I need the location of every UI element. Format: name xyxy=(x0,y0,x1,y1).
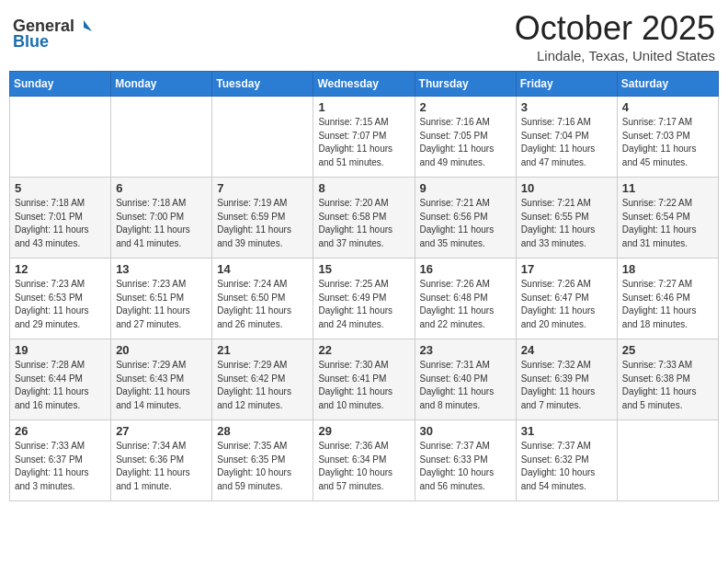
day-number: 24 xyxy=(521,343,612,357)
calendar-table: SundayMondayTuesdayWednesdayThursdayFrid… xyxy=(9,71,719,501)
calendar-cell: 1Sunrise: 7:15 AM Sunset: 7:07 PM Daylig… xyxy=(313,97,415,178)
calendar-week-row: 5Sunrise: 7:18 AM Sunset: 7:01 PM Daylig… xyxy=(10,178,719,259)
calendar-cell: 16Sunrise: 7:26 AM Sunset: 6:48 PM Dayli… xyxy=(415,259,516,339)
calendar-cell: 28Sunrise: 7:35 AM Sunset: 6:35 PM Dayli… xyxy=(212,420,313,501)
day-info: Sunrise: 7:29 AM Sunset: 6:43 PM Dayligh… xyxy=(116,359,207,412)
weekday-header-tuesday: Tuesday xyxy=(212,72,313,97)
day-info: Sunrise: 7:37 AM Sunset: 6:33 PM Dayligh… xyxy=(420,440,511,493)
weekday-header-monday: Monday xyxy=(111,72,212,97)
day-number: 12 xyxy=(15,262,106,276)
day-info: Sunrise: 7:27 AM Sunset: 6:46 PM Dayligh… xyxy=(622,278,713,331)
day-number: 2 xyxy=(420,100,511,114)
logo-blue-text: Blue xyxy=(13,32,49,52)
day-number: 31 xyxy=(521,424,612,438)
calendar-cell: 25Sunrise: 7:33 AM Sunset: 6:38 PM Dayli… xyxy=(617,339,718,420)
day-info: Sunrise: 7:26 AM Sunset: 6:47 PM Dayligh… xyxy=(521,278,612,331)
day-number: 3 xyxy=(521,100,612,114)
calendar-cell: 10Sunrise: 7:21 AM Sunset: 6:55 PM Dayli… xyxy=(516,178,617,259)
day-number: 19 xyxy=(15,343,106,357)
day-number: 21 xyxy=(217,343,308,357)
calendar-cell: 12Sunrise: 7:23 AM Sunset: 6:53 PM Dayli… xyxy=(10,259,111,339)
day-number: 17 xyxy=(521,262,612,276)
svg-marker-0 xyxy=(84,20,92,31)
calendar-cell xyxy=(10,97,111,178)
day-info: Sunrise: 7:23 AM Sunset: 6:51 PM Dayligh… xyxy=(116,278,207,331)
calendar-cell: 31Sunrise: 7:37 AM Sunset: 6:32 PM Dayli… xyxy=(516,420,617,501)
weekday-header-row: SundayMondayTuesdayWednesdayThursdayFrid… xyxy=(10,72,719,97)
day-number: 7 xyxy=(217,181,308,195)
day-number: 5 xyxy=(15,181,106,195)
calendar-cell: 9Sunrise: 7:21 AM Sunset: 6:56 PM Daylig… xyxy=(415,178,516,259)
calendar-cell: 14Sunrise: 7:24 AM Sunset: 6:50 PM Dayli… xyxy=(212,259,313,339)
title-section: October 2025 Lindale, Texas, United Stat… xyxy=(515,9,715,63)
day-info: Sunrise: 7:33 AM Sunset: 6:37 PM Dayligh… xyxy=(15,440,106,493)
day-number: 11 xyxy=(622,181,713,195)
day-number: 16 xyxy=(420,262,511,276)
day-info: Sunrise: 7:33 AM Sunset: 6:38 PM Dayligh… xyxy=(622,359,713,412)
day-number: 27 xyxy=(116,424,207,438)
calendar-cell: 21Sunrise: 7:29 AM Sunset: 6:42 PM Dayli… xyxy=(212,339,313,420)
calendar-cell: 5Sunrise: 7:18 AM Sunset: 7:01 PM Daylig… xyxy=(10,178,111,259)
day-number: 20 xyxy=(116,343,207,357)
location-title: Lindale, Texas, United States xyxy=(515,48,715,63)
logo-bird-icon xyxy=(75,18,92,35)
calendar-cell xyxy=(111,97,212,178)
day-number: 22 xyxy=(318,343,409,357)
weekday-header-friday: Friday xyxy=(516,72,617,97)
calendar-cell xyxy=(617,420,718,501)
day-info: Sunrise: 7:30 AM Sunset: 6:41 PM Dayligh… xyxy=(318,359,409,412)
day-info: Sunrise: 7:16 AM Sunset: 7:04 PM Dayligh… xyxy=(521,116,612,169)
day-info: Sunrise: 7:15 AM Sunset: 7:07 PM Dayligh… xyxy=(318,116,409,169)
calendar-cell: 3Sunrise: 7:16 AM Sunset: 7:04 PM Daylig… xyxy=(516,97,617,178)
calendar-cell: 24Sunrise: 7:32 AM Sunset: 6:39 PM Dayli… xyxy=(516,339,617,420)
day-info: Sunrise: 7:21 AM Sunset: 6:56 PM Dayligh… xyxy=(420,197,511,250)
calendar-cell: 23Sunrise: 7:31 AM Sunset: 6:40 PM Dayli… xyxy=(415,339,516,420)
calendar-week-row: 12Sunrise: 7:23 AM Sunset: 6:53 PM Dayli… xyxy=(10,259,719,339)
day-info: Sunrise: 7:19 AM Sunset: 6:59 PM Dayligh… xyxy=(217,197,308,250)
calendar-cell: 11Sunrise: 7:22 AM Sunset: 6:54 PM Dayli… xyxy=(617,178,718,259)
day-number: 25 xyxy=(622,343,713,357)
day-info: Sunrise: 7:24 AM Sunset: 6:50 PM Dayligh… xyxy=(217,278,308,331)
day-number: 28 xyxy=(217,424,308,438)
day-number: 26 xyxy=(15,424,106,438)
day-info: Sunrise: 7:18 AM Sunset: 7:00 PM Dayligh… xyxy=(116,197,207,250)
day-info: Sunrise: 7:29 AM Sunset: 6:42 PM Dayligh… xyxy=(217,359,308,412)
day-number: 9 xyxy=(420,181,511,195)
day-info: Sunrise: 7:18 AM Sunset: 7:01 PM Dayligh… xyxy=(15,197,106,250)
calendar-cell: 15Sunrise: 7:25 AM Sunset: 6:49 PM Dayli… xyxy=(313,259,415,339)
day-number: 14 xyxy=(217,262,308,276)
day-number: 6 xyxy=(116,181,207,195)
calendar-cell: 27Sunrise: 7:34 AM Sunset: 6:36 PM Dayli… xyxy=(111,420,212,501)
day-number: 18 xyxy=(622,262,713,276)
calendar-cell xyxy=(212,97,313,178)
day-info: Sunrise: 7:20 AM Sunset: 6:58 PM Dayligh… xyxy=(318,197,409,250)
day-number: 8 xyxy=(318,181,409,195)
day-info: Sunrise: 7:37 AM Sunset: 6:32 PM Dayligh… xyxy=(521,440,612,493)
calendar-week-row: 1Sunrise: 7:15 AM Sunset: 7:07 PM Daylig… xyxy=(10,97,719,178)
day-number: 10 xyxy=(521,181,612,195)
day-info: Sunrise: 7:16 AM Sunset: 7:05 PM Dayligh… xyxy=(420,116,511,169)
day-info: Sunrise: 7:36 AM Sunset: 6:34 PM Dayligh… xyxy=(318,440,409,493)
calendar-cell: 13Sunrise: 7:23 AM Sunset: 6:51 PM Dayli… xyxy=(111,259,212,339)
calendar-cell: 6Sunrise: 7:18 AM Sunset: 7:00 PM Daylig… xyxy=(111,178,212,259)
day-info: Sunrise: 7:32 AM Sunset: 6:39 PM Dayligh… xyxy=(521,359,612,412)
day-info: Sunrise: 7:21 AM Sunset: 6:55 PM Dayligh… xyxy=(521,197,612,250)
day-number: 30 xyxy=(420,424,511,438)
calendar-cell: 4Sunrise: 7:17 AM Sunset: 7:03 PM Daylig… xyxy=(617,97,718,178)
weekday-header-saturday: Saturday xyxy=(617,72,718,97)
day-number: 15 xyxy=(318,262,409,276)
day-info: Sunrise: 7:25 AM Sunset: 6:49 PM Dayligh… xyxy=(318,278,409,331)
calendar-cell: 18Sunrise: 7:27 AM Sunset: 6:46 PM Dayli… xyxy=(617,259,718,339)
day-number: 23 xyxy=(420,343,511,357)
page-header: General Blue October 2025 Lindale, Texas… xyxy=(9,9,719,63)
calendar-cell: 7Sunrise: 7:19 AM Sunset: 6:59 PM Daylig… xyxy=(212,178,313,259)
day-number: 4 xyxy=(622,100,713,114)
day-number: 29 xyxy=(318,424,409,438)
day-info: Sunrise: 7:34 AM Sunset: 6:36 PM Dayligh… xyxy=(116,440,207,493)
calendar-cell: 29Sunrise: 7:36 AM Sunset: 6:34 PM Dayli… xyxy=(313,420,415,501)
weekday-header-wednesday: Wednesday xyxy=(313,72,415,97)
calendar-cell: 19Sunrise: 7:28 AM Sunset: 6:44 PM Dayli… xyxy=(10,339,111,420)
day-info: Sunrise: 7:28 AM Sunset: 6:44 PM Dayligh… xyxy=(15,359,106,412)
day-info: Sunrise: 7:23 AM Sunset: 6:53 PM Dayligh… xyxy=(15,278,106,331)
calendar-cell: 8Sunrise: 7:20 AM Sunset: 6:58 PM Daylig… xyxy=(313,178,415,259)
